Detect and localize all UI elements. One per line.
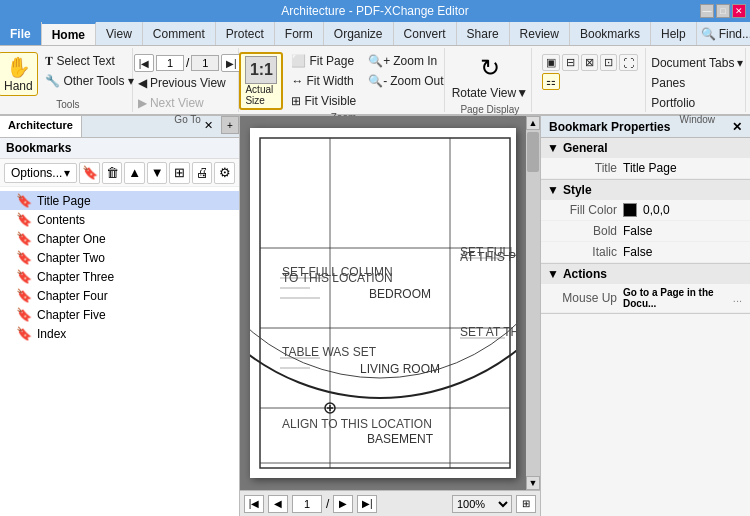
fit-page-icon: ⬜ — [291, 54, 306, 68]
scroll-up-btn[interactable]: ▲ — [526, 116, 540, 130]
style-header[interactable]: ▼ Style — [541, 180, 750, 200]
bookmark-chapter-two[interactable]: 🔖 Chapter Two — [0, 248, 239, 267]
props-close-btn[interactable]: ✕ — [732, 120, 742, 134]
status-first-btn[interactable]: |◀ — [244, 495, 264, 513]
prev-view-btn[interactable]: ◀ Previous View — [134, 74, 241, 92]
tab-comment[interactable]: Comment — [143, 22, 216, 45]
fit-width-btn[interactable]: ↔ Fit Width — [287, 72, 360, 90]
single-page-btn[interactable]: ▣ — [542, 54, 560, 71]
close-btn[interactable]: ✕ — [732, 4, 746, 18]
actions-header[interactable]: ▼ Actions — [541, 264, 750, 284]
split-btn[interactable]: ⚏ — [542, 73, 560, 90]
tab-review[interactable]: Review — [510, 22, 570, 45]
last-page-btn[interactable]: ▶| — [221, 54, 241, 72]
select-text-btn[interactable]: 𝐓 Select Text — [41, 52, 137, 70]
bookmark-icon: 🔖 — [16, 307, 32, 322]
tab-home[interactable]: Home — [42, 22, 96, 45]
tab-form[interactable]: Form — [275, 22, 324, 45]
tab-protect[interactable]: Protect — [216, 22, 275, 45]
scrollbar-vertical[interactable]: ▲ ▼ — [526, 116, 540, 490]
bookmark-chapter-three[interactable]: 🔖 Chapter Three — [0, 267, 239, 286]
bookmark-icon: 🔖 — [16, 326, 32, 341]
bookmark-move-up-btn[interactable]: ▲ — [124, 162, 145, 184]
options-btn[interactable]: Options... ▾ — [4, 163, 77, 183]
tab-view[interactable]: View — [96, 22, 143, 45]
restore-btn[interactable]: □ — [716, 4, 730, 18]
status-last-btn[interactable]: ▶| — [357, 495, 377, 513]
bookmark-index[interactable]: 🔖 Index — [0, 324, 239, 343]
window-controls[interactable]: — □ ✕ — [700, 4, 746, 18]
bookmark-title-page[interactable]: 🔖 Title Page — [0, 191, 239, 210]
ribbon-content: ✋ Hand 𝐓 Select Text 🔧 Other Tools ▾ — [0, 46, 750, 114]
tab-help[interactable]: Help — [651, 22, 697, 45]
bookmark-delete-btn[interactable]: 🗑 — [102, 162, 123, 184]
other-tools-btn[interactable]: 🔧 Other Tools ▾ — [41, 72, 137, 90]
continuous-btn[interactable]: ⊟ — [562, 54, 579, 71]
expand-btn[interactable]: + — [221, 116, 239, 134]
page-display-group: ▣ ⊟ ⊠ ⊡ ⛶ ⚏ — [536, 48, 646, 112]
bookmark-icon: 🔖 — [16, 193, 32, 208]
document-tabs-btn[interactable]: Document Tabs ▾ — [647, 54, 747, 72]
zoom-out-btn[interactable]: 🔍- Zoom Out — [364, 72, 447, 90]
svg-text:ALIGN TO THIS LOCATION: ALIGN TO THIS LOCATION — [282, 417, 432, 431]
bookmark-chapter-one[interactable]: 🔖 Chapter One — [0, 229, 239, 248]
bookmark-properties-panel: Bookmark Properties ✕ ▼ General Title Ti… — [540, 116, 750, 516]
portfolio-btn[interactable]: Portfolio — [647, 94, 747, 112]
scroll-down-btn[interactable]: ▼ — [526, 476, 540, 490]
bookmark-contents[interactable]: 🔖 Contents — [0, 210, 239, 229]
fill-color-row: Fill Color 0,0,0 — [541, 200, 750, 221]
rotate-group: ↻ Rotate View▼ Page Display — [449, 48, 532, 112]
page-number-input[interactable] — [156, 55, 184, 71]
cover-btn[interactable]: ⊡ — [600, 54, 617, 71]
next-view-btn[interactable]: ▶ Next View — [134, 94, 241, 112]
bookmark-print-btn[interactable]: 🖨 — [192, 162, 213, 184]
tab-file[interactable]: File — [0, 22, 42, 45]
rotate-view-btn[interactable]: Rotate View▼ — [448, 84, 532, 102]
fit-width-icon: ↔ — [291, 74, 303, 88]
fit-page-btn[interactable]: ⬜ Fit Page — [287, 52, 360, 70]
app-title: Architecture - PDF-XChange Editor — [281, 4, 468, 18]
bookmark-settings-btn[interactable]: ⚙ — [214, 162, 235, 184]
tab-organize[interactable]: Organize — [324, 22, 394, 45]
ribbon-tab-bar: File Home View Comment Protect Form Orga… — [0, 22, 750, 46]
bookmark-chapter-four[interactable]: 🔖 Chapter Four — [0, 286, 239, 305]
general-header[interactable]: ▼ General — [541, 138, 750, 158]
svg-text:BEDROOM: BEDROOM — [369, 287, 431, 301]
window-group: Document Tabs ▾ Panes Portfolio Window — [650, 48, 746, 112]
zoom-select[interactable]: 100% 75% 50% 125% 150% — [452, 495, 512, 513]
status-next-btn[interactable]: ▶ — [333, 495, 353, 513]
props-header: Bookmark Properties ✕ — [541, 116, 750, 138]
hand-btn[interactable]: ✋ Hand — [0, 52, 38, 96]
status-prev-btn[interactable]: ◀ — [268, 495, 288, 513]
facing-btn[interactable]: ⊠ — [581, 54, 598, 71]
zoom-expand-btn[interactable]: ⊞ — [516, 495, 536, 513]
zoom-group: 1:1 Actual Size ⬜ Fit Page ↔ Fit Width — [243, 48, 444, 112]
first-page-btn[interactable]: |◀ — [134, 54, 154, 72]
fit-visible-btn[interactable]: ⊞ Fit Visible — [287, 92, 360, 110]
fill-color-swatch[interactable] — [623, 203, 637, 217]
doc-scroll[interactable]: BEDROOM LIVING ROOM BASEMENT — [240, 116, 526, 490]
tab-convert[interactable]: Convert — [394, 22, 457, 45]
sidebar-tab-architecture[interactable]: Architecture — [0, 116, 82, 137]
status-page-input[interactable] — [292, 495, 322, 513]
bookmark-add-btn[interactable]: 🔖 — [79, 162, 100, 184]
tab-bookmarks[interactable]: Bookmarks — [570, 22, 651, 45]
bookmark-move-down-btn[interactable]: ▼ — [147, 162, 168, 184]
panes-btn[interactable]: Panes — [647, 74, 747, 92]
bookmark-icon: 🔖 — [16, 269, 32, 284]
minimize-btn[interactable]: — — [700, 4, 714, 18]
more-btn[interactable]: ... — [733, 292, 742, 304]
bookmark-chapter-five[interactable]: 🔖 Chapter Five — [0, 305, 239, 324]
tab-share[interactable]: Share — [457, 22, 510, 45]
svg-text:LIVING ROOM: LIVING ROOM — [360, 362, 440, 376]
actual-size-btn[interactable]: 1:1 Actual Size — [239, 52, 283, 110]
bookmark-expand-btn[interactable]: ⊞ — [169, 162, 190, 184]
sidebar-close-btn[interactable]: ✕ — [198, 116, 219, 137]
bookmark-list: 🔖 Title Page 🔖 Contents 🔖 Chapter One 🔖 … — [0, 187, 239, 516]
find-btn[interactable]: 🔍 Find... — [697, 25, 750, 43]
fullscreen-btn[interactable]: ⛶ — [619, 54, 638, 71]
zoom-in-btn[interactable]: 🔍+ Zoom In — [364, 52, 447, 70]
scroll-thumb[interactable] — [527, 132, 539, 172]
sidebar-toolbar: Options... ▾ 🔖 🗑 ▲ ▼ ⊞ 🖨 ⚙ — [0, 159, 239, 187]
svg-text:SET AT THIS POSITION: SET AT THIS POSITION — [460, 325, 516, 339]
